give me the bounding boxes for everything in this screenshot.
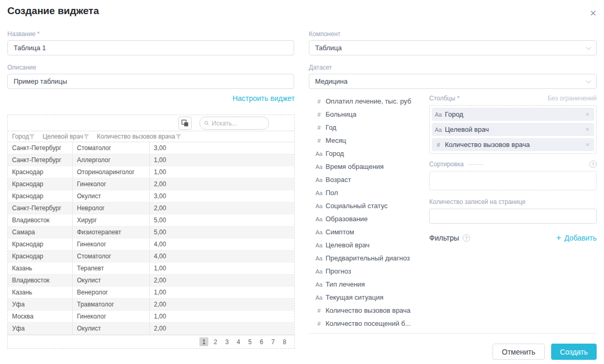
column-chip[interactable]: # Количество вызовов врача ×	[432, 138, 594, 151]
search-input[interactable]	[199, 117, 269, 130]
close-icon[interactable]: ✕	[590, 9, 597, 18]
pagination-page[interactable]: 8	[280, 337, 289, 346]
add-filter-link[interactable]: + Добавить	[556, 234, 597, 242]
column-chip[interactable]: Aa Город ×	[432, 108, 594, 121]
columns-dropzone[interactable]: Aa Город × Aa Целевой врач × # Количеств…	[429, 105, 597, 154]
search-field[interactable]	[212, 120, 264, 127]
cell-doctor: Венеролог	[73, 287, 150, 298]
chip-label: Целевой врач	[445, 126, 489, 133]
cell-doctor: Невролог	[73, 202, 150, 214]
remove-chip-icon[interactable]: ×	[585, 126, 589, 133]
remove-chip-icon[interactable]: ×	[585, 141, 589, 148]
pagination-page[interactable]: 3	[222, 337, 231, 346]
dataset-field-item[interactable]: Aa Тип лечения	[315, 278, 423, 291]
dataset-field-item[interactable]: Aa Пол	[315, 186, 423, 199]
dataset-field-item[interactable]: Aa Прогноз	[315, 265, 423, 278]
cell-calls: 2,00	[150, 323, 294, 334]
dataset-value: Медицина	[315, 77, 348, 85]
remove-chip-icon[interactable]: ×	[585, 111, 589, 118]
help-icon[interactable]: ?	[589, 161, 597, 168]
dataset-select[interactable]: Медицина	[309, 74, 597, 89]
footer-divider	[309, 333, 597, 334]
dataset-field-item[interactable]: # Год	[315, 121, 423, 134]
field-label: Оплатил лечение, тыс. руб	[326, 97, 411, 105]
cell-doctor: Терапевт	[73, 263, 150, 274]
cell-city: Санкт-Петербург	[8, 202, 73, 214]
dataset-field-item[interactable]: # Больница	[315, 108, 423, 121]
create-button[interactable]: Создать	[551, 344, 597, 360]
field-type-icon: Aa	[315, 242, 323, 248]
cell-doctor: Стоматолог	[73, 142, 150, 154]
dataset-field-item[interactable]: Aa Целевой врач	[315, 238, 423, 252]
page-size-label: Количество записей на странице	[429, 198, 597, 206]
cell-city: Краснодар	[8, 251, 73, 262]
add-filter-label: Добавить	[564, 234, 597, 242]
dataset-field-item[interactable]: # Оплатил лечение, тыс. руб	[315, 95, 423, 108]
copy-icon[interactable]	[178, 117, 192, 130]
chevron-down-icon	[586, 44, 591, 50]
chip-label: Количество вызовов врача	[445, 141, 530, 149]
cell-city: Краснодар	[8, 238, 73, 250]
dataset-field-item[interactable]: Aa Текущая ситуация	[315, 291, 423, 304]
name-input[interactable]	[7, 40, 294, 55]
field-label: Текущая ситуация	[326, 293, 384, 301]
field-type-icon: Aa	[315, 177, 323, 183]
cell-doctor: Гинеколог	[73, 311, 150, 322]
cell-calls: 5,00	[150, 214, 294, 226]
sorting-dropzone[interactable]	[429, 171, 597, 190]
dataset-field-item[interactable]: # Количество вызовов врача	[315, 304, 423, 317]
columns-label: Столбцы *	[429, 95, 460, 102]
dataset-field-item[interactable]: Aa Возраст	[315, 173, 423, 186]
dataset-field-item[interactable]: Aa Образование	[315, 212, 423, 225]
dataset-field-item[interactable]: Aa Социальный статус	[315, 199, 423, 212]
help-icon[interactable]: ?	[463, 234, 470, 242]
filter-funnel-icon[interactable]	[29, 134, 35, 140]
configure-widget-link[interactable]: Настроить виджет	[232, 94, 295, 103]
dataset-field-item[interactable]: Aa Симптом	[315, 225, 423, 238]
component-select[interactable]: Таблица	[309, 40, 597, 55]
pagination-page[interactable]: 2	[211, 337, 220, 346]
pagination-page[interactable]: 5	[245, 337, 254, 346]
column-header[interactable]: Целевой врач	[38, 131, 93, 142]
cell-doctor: Аллерголог	[73, 154, 150, 166]
column-header[interactable]: Город	[8, 131, 38, 142]
table-row: Краснодар Гинеколог 2,00	[8, 178, 294, 190]
component-label: Компонент	[309, 30, 597, 38]
field-label: Возраст	[326, 176, 351, 184]
pagination-page[interactable]: 7	[269, 337, 277, 346]
table-body: Санкт-Петербург Стоматолог 3,00 Санкт-Пе…	[8, 142, 294, 335]
pagination-page[interactable]: 6	[257, 337, 266, 346]
chip-label: Город	[445, 110, 463, 118]
dataset-field-item[interactable]: Aa Город	[315, 147, 423, 160]
dataset-field-item[interactable]: Aa Время обращения	[315, 160, 423, 173]
table-preview: Настроить виджет Город	[7, 94, 295, 349]
field-label: Больница	[326, 110, 356, 118]
chevron-down-icon	[586, 78, 591, 83]
sorting-dash	[468, 164, 484, 165]
column-header[interactable]: Количество вызовов врача	[93, 131, 185, 142]
dataset-field-item[interactable]: # Месяц	[315, 134, 423, 147]
pagination-page[interactable]: 1	[199, 337, 208, 346]
filter-funnel-icon[interactable]	[175, 134, 182, 140]
table-row: Краснодар Оториноларинголог 1,00	[8, 166, 294, 178]
cancel-button[interactable]: Отменить	[493, 344, 545, 360]
table-toolbar	[8, 117, 294, 131]
field-type-icon: Aa	[315, 294, 323, 301]
table-row: Казань Терапевт 1,00	[8, 263, 294, 275]
field-type-icon: #	[315, 111, 323, 118]
page-size-input[interactable]	[429, 209, 597, 224]
field-label: Тип лечения	[326, 280, 365, 288]
filter-funnel-icon[interactable]	[83, 134, 90, 140]
dataset-field-item[interactable]: # Количество посещений б...	[315, 317, 423, 330]
dataset-field-item[interactable]: Aa Предварительный диагноз	[315, 252, 423, 265]
cell-calls: 1,00	[150, 311, 294, 322]
cell-city: Краснодар	[8, 178, 73, 190]
field-label: Количество вызовов врача	[326, 306, 410, 314]
cell-city: Владивосток	[8, 214, 73, 226]
cell-doctor: Гинеколог	[73, 178, 150, 190]
description-input[interactable]	[7, 74, 294, 89]
page-title: Создание виджета	[7, 5, 99, 17]
column-chip[interactable]: Aa Целевой врач ×	[432, 123, 594, 136]
pagination-page[interactable]: 4	[234, 337, 243, 346]
cell-city: Краснодар	[8, 166, 73, 178]
